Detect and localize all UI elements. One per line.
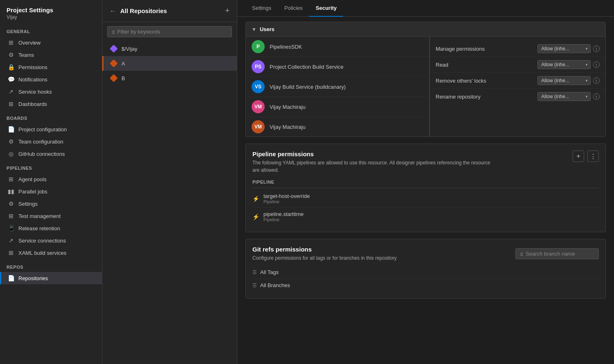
- repo-item-b[interactable]: B: [102, 71, 237, 85]
- sidebar-item-test-management[interactable]: ⊞ Test management: [0, 210, 102, 222]
- teams-icon: ⚙: [8, 52, 14, 58]
- info-icon[interactable]: i: [593, 93, 600, 100]
- users-section-title: Users: [260, 26, 274, 32]
- release-icon: 📱: [8, 225, 14, 231]
- pipeline-permissions-section: Pipeline permissions The following YAML …: [245, 144, 606, 232]
- sidebar-item-label: Test management: [18, 213, 61, 219]
- sidebar-subtitle: Vijay: [7, 14, 95, 20]
- sidebar-item-parallel-jobs[interactable]: ▮▮ Parallel jobs: [0, 185, 102, 198]
- hook-icon: ↗: [8, 88, 14, 95]
- repo-icon-b: [110, 74, 117, 82]
- sidebar-item-label: Notifications: [18, 76, 47, 83]
- sidebar-item-agent-pools[interactable]: ⊞ Agent pools: [0, 173, 102, 185]
- perm-select-remove-locks[interactable]: Allow (inhe...: [538, 76, 591, 85]
- sidebar-item-label: Team configuration: [18, 139, 63, 145]
- tag-icon: ☰: [252, 270, 257, 275]
- sidebar-item-overview[interactable]: ⊞ Overview: [0, 36, 102, 49]
- dashboard-icon: ⊞: [8, 101, 14, 107]
- all-branches-row[interactable]: ☰ All Branches: [252, 279, 599, 292]
- tab-policies[interactable]: Policies: [278, 0, 309, 17]
- user-row[interactable]: PS Project Collection Build Service: [246, 57, 429, 77]
- avatar: P: [252, 40, 265, 53]
- sidebar-item-github-connections[interactable]: ◎ GitHub connections: [0, 148, 102, 160]
- repo-item-a[interactable]: A: [102, 56, 237, 71]
- branch-label: All Branches: [260, 282, 290, 288]
- sidebar-item-project-configuration[interactable]: 📄 Project configuration: [0, 123, 102, 135]
- middle-header-left: ← All Repositories: [109, 7, 167, 16]
- sidebar-item-repositories[interactable]: 📄 Repositories: [0, 272, 102, 284]
- main-content: Settings Policies Security ▼ Users P Pip…: [237, 0, 614, 364]
- branch-search-box[interactable]: ⧖: [515, 248, 599, 259]
- pipeline-icon: ⚡: [252, 195, 259, 202]
- tab-settings[interactable]: Settings: [245, 0, 278, 17]
- perm-select-rename[interactable]: Allow (inhe...: [538, 92, 591, 101]
- sidebar-item-label: Settings: [18, 201, 38, 207]
- branch-search-input[interactable]: [526, 251, 594, 257]
- doc-icon: 📄: [8, 126, 14, 133]
- sidebar-item-label: Teams: [18, 52, 34, 58]
- permissions-panel: Manage permissions Allow (inhe... i Read: [430, 37, 605, 137]
- sidebar-item-label: GitHub connections: [18, 151, 65, 157]
- perm-label: Rename repository: [436, 94, 538, 100]
- sidebar-item-settings[interactable]: ⚙ Settings: [0, 198, 102, 210]
- section-repos: Repos: [0, 259, 102, 272]
- info-icon[interactable]: i: [593, 61, 600, 68]
- sidebar-item-notifications[interactable]: 💬 Notifications: [0, 73, 102, 85]
- pipeline-col-label: Pipeline: [252, 178, 599, 188]
- add-pipeline-button[interactable]: +: [573, 151, 584, 162]
- repo-icon: 📄: [8, 275, 14, 281]
- back-button[interactable]: ←: [109, 7, 117, 16]
- user-row[interactable]: P PipelinesSDK: [246, 37, 429, 57]
- perm-select-container[interactable]: Allow (inhe...: [538, 44, 591, 53]
- sidebar-item-release-retention[interactable]: 📱 Release retention: [0, 222, 102, 234]
- perm-label: Remove others' locks: [436, 78, 538, 84]
- more-options-button[interactable]: ⋮: [587, 151, 599, 162]
- filter-box[interactable]: ⧖: [107, 26, 232, 37]
- connection-icon: ↗: [8, 237, 14, 244]
- perm-select-read[interactable]: Allow (inhe...: [538, 60, 591, 69]
- user-name: Project Collection Build Service: [270, 64, 344, 70]
- user-row[interactable]: VM Vijay Machiraju: [246, 97, 429, 117]
- xaml-icon: ⊞: [8, 249, 14, 256]
- perm-row: Manage permissions Allow (inhe... i: [430, 41, 605, 57]
- sidebar-item-dashboards[interactable]: ⊞ Dashboards: [0, 98, 102, 110]
- section-general: General: [0, 23, 102, 36]
- sidebar-item-xaml-build[interactable]: ⊞ XAML build services: [0, 247, 102, 259]
- perm-row: Read Allow (inhe... i: [430, 57, 605, 73]
- sidebar-item-teams[interactable]: ⚙ Teams: [0, 49, 102, 61]
- perm-select-container[interactable]: Allow (inhe...: [538, 92, 591, 101]
- avatar: VS: [252, 80, 265, 93]
- git-refs-header: Git refs permissions Configure permissio…: [252, 246, 599, 262]
- settings-icon: ⚙: [8, 200, 14, 207]
- info-icon[interactable]: i: [593, 77, 600, 84]
- user-row[interactable]: VS Vijay Build Service (buildcanary): [246, 77, 429, 97]
- repo-icon-vijay: [110, 45, 117, 52]
- add-repo-button[interactable]: +: [224, 6, 230, 16]
- sidebar-item-permissions[interactable]: 🔒 Permissions: [0, 61, 102, 73]
- users-list: P PipelinesSDK PS Project Collection Bui…: [246, 37, 430, 137]
- filter-input[interactable]: [117, 29, 227, 35]
- section-boards: Boards: [0, 110, 102, 123]
- user-name: Vijay Build Service (buildcanary): [270, 84, 346, 90]
- perm-select-container[interactable]: Allow (inhe...: [538, 76, 591, 85]
- pipeline-permissions-text: Pipeline permissions The following YAML …: [252, 151, 498, 174]
- tab-security[interactable]: Security: [309, 0, 343, 17]
- sidebar-item-team-configuration[interactable]: ⚙ Team configuration: [0, 135, 102, 148]
- sidebar-item-label: Repositories: [18, 275, 48, 281]
- user-row[interactable]: VM Vijay Machiraju: [246, 117, 429, 137]
- sidebar-item-label: Service connections: [18, 238, 66, 244]
- pipeline-permissions-header: Pipeline permissions The following YAML …: [252, 151, 599, 174]
- pipeline-row: ⚡ pipeline.starttime Pipeline: [252, 208, 599, 225]
- info-icon[interactable]: i: [593, 45, 600, 52]
- users-header[interactable]: ▼ Users: [246, 22, 605, 37]
- repo-item-vijay[interactable]: $/Vijay: [102, 41, 237, 56]
- pipeline-type: Pipeline: [263, 199, 310, 204]
- agent-icon: ⊞: [8, 176, 14, 182]
- sidebar-item-service-connections[interactable]: ↗ Service connections: [0, 234, 102, 247]
- filter-icon: ⧖: [112, 29, 115, 35]
- all-tags-row[interactable]: ☰ All Tags: [252, 266, 599, 279]
- sidebar-item-service-hooks[interactable]: ↗ Service hooks: [0, 85, 102, 98]
- perm-select-container[interactable]: Allow (inhe...: [538, 60, 591, 69]
- user-name: PipelinesSDK: [270, 44, 302, 50]
- perm-select-manage[interactable]: Allow (inhe...: [538, 44, 591, 53]
